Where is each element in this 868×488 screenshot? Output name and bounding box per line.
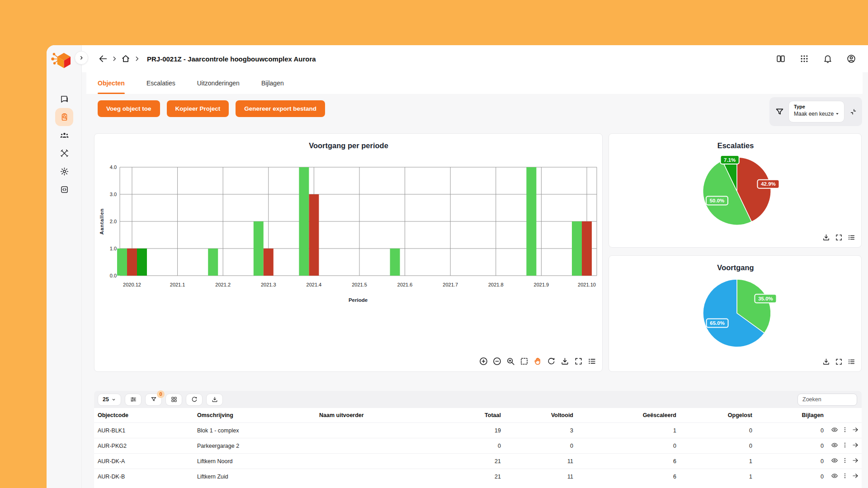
sidebar-item-tools[interactable]: [55, 144, 73, 162]
table-filter-icon: [150, 396, 157, 403]
tab-escalaties[interactable]: Escalaties: [136, 72, 186, 94]
tools-icon: [60, 149, 69, 158]
tab-objecten[interactable]: Objecten: [87, 72, 136, 94]
open-row-button[interactable]: [852, 426, 859, 435]
layout-grid-button[interactable]: [165, 394, 182, 406]
zoom-in-icon: [479, 357, 488, 366]
fullscreen-button[interactable]: [835, 233, 843, 244]
table-cell: Liftkern Noord: [193, 458, 316, 465]
bar-2020.12: [127, 249, 137, 276]
data-list-button[interactable]: [587, 357, 597, 368]
kopieer-project-button[interactable]: Kopieer Project: [167, 100, 229, 117]
view-icon: [831, 426, 838, 433]
type-select[interactable]: Type Maak een keuze: [788, 101, 844, 122]
download-button[interactable]: [560, 357, 570, 368]
bar-chart-toolbar: [479, 357, 597, 368]
column-settings-button[interactable]: [125, 394, 142, 406]
apps-grid-icon[interactable]: [799, 54, 809, 64]
reset-button[interactable]: [547, 357, 556, 368]
action-buttons: Voeg object toeKopieer ProjectGenereer e…: [98, 100, 325, 117]
svg-text:4.0: 4.0: [110, 164, 117, 170]
view-icon: [831, 441, 838, 449]
table-row[interactable]: AUR-BLK1Blok 1 - complex193100: [94, 422, 862, 438]
genereer-export-bestand-button[interactable]: Genereer export bestand: [236, 100, 325, 117]
account-icon[interactable]: [846, 54, 856, 64]
svg-text:2.0: 2.0: [110, 219, 117, 224]
column-header[interactable]: Opgelost: [677, 412, 753, 418]
more-options-icon: [841, 441, 849, 449]
chevron-right-icon: [111, 55, 118, 62]
back-arrow-icon[interactable]: [98, 54, 108, 64]
download-button[interactable]: [822, 357, 830, 368]
pan-button[interactable]: [533, 357, 542, 368]
table-row[interactable]: AUR-PKG2Parkeergarage 200000: [94, 438, 862, 453]
voeg-object-toe-button[interactable]: Voeg object toe: [98, 100, 160, 117]
download-button[interactable]: [822, 233, 830, 244]
bar-chart-card: Voortgang per periode0.01.02.03.04.02020…: [94, 133, 603, 372]
more-options-button[interactable]: [841, 472, 849, 481]
home-icon[interactable]: [121, 54, 131, 64]
open-row-button[interactable]: [852, 457, 859, 465]
bar-2021.6: [390, 249, 400, 276]
chevron-down-icon: [835, 111, 840, 117]
box-select-button[interactable]: [519, 357, 529, 368]
sidebar-item-integrations[interactable]: [55, 180, 73, 198]
zoom-out-button[interactable]: [492, 357, 502, 368]
column-header[interactable]: Naam uitvoerder: [316, 412, 451, 418]
data-list-button[interactable]: [847, 233, 856, 244]
bar-2021.2: [208, 249, 218, 276]
column-header[interactable]: Totaal: [451, 412, 502, 418]
notifications-icon[interactable]: [823, 54, 833, 64]
bar-2021.9: [526, 167, 536, 276]
collapse-icon[interactable]: [849, 108, 857, 116]
funnel-icon[interactable]: [775, 107, 784, 117]
search-input[interactable]: [797, 394, 857, 406]
view-button[interactable]: [831, 441, 838, 450]
view-button[interactable]: [831, 472, 838, 481]
table-cell: Liftkern Zuid: [193, 474, 316, 480]
sidebar-item-chat[interactable]: [55, 90, 73, 108]
tab-bijlagen[interactable]: Bijlagen: [250, 72, 295, 94]
table-filter-button[interactable]: 0: [145, 394, 162, 406]
open-row-button[interactable]: [852, 472, 859, 481]
table-row[interactable]: AUR-DK-BLiftkern Zuid2111610: [94, 469, 862, 484]
pie-slice-label: 65.0%: [707, 319, 728, 328]
sidebar-item-team[interactable]: [55, 126, 73, 144]
view-button[interactable]: [831, 426, 838, 435]
column-header[interactable]: Omschrijving: [193, 412, 316, 418]
zoom-area-button[interactable]: [506, 357, 515, 368]
table-cell: AUR-DK-A: [94, 458, 193, 465]
download-icon: [822, 233, 830, 242]
column-header[interactable]: Objectcode: [94, 412, 193, 418]
fullscreen-button[interactable]: [574, 357, 583, 368]
sidebar-expand-button[interactable]: [75, 51, 88, 65]
table-cell: 11: [502, 458, 574, 465]
more-options-button[interactable]: [841, 457, 849, 465]
table-row[interactable]: AUR-DK-ALiftkern Noord2111610: [94, 453, 862, 469]
view-button[interactable]: [831, 457, 838, 465]
sidebar-item-objects-search[interactable]: [55, 108, 73, 126]
sidebar-item-settings[interactable]: [55, 162, 73, 180]
table-cell: 0: [753, 458, 825, 465]
split-view-icon[interactable]: [776, 54, 786, 64]
page-size-select[interactable]: 25: [98, 394, 121, 406]
tab-uitzonderingen[interactable]: Uitzonderingen: [186, 72, 250, 94]
fullscreen-button[interactable]: [835, 357, 843, 368]
data-list-icon: [847, 357, 856, 366]
open-row-button[interactable]: [852, 441, 859, 450]
table-cell: 0: [753, 474, 825, 480]
more-options-button[interactable]: [841, 441, 849, 450]
objects-table: ObjectcodeOmschrijvingNaam uitvoerderTot…: [94, 408, 862, 488]
column-header[interactable]: Bijlagen: [753, 412, 825, 418]
table-refresh-button[interactable]: [186, 394, 203, 406]
data-list-button[interactable]: [847, 357, 856, 368]
table-cell: 6: [574, 474, 677, 480]
open-row-icon: [852, 472, 859, 479]
column-header[interactable]: Voltooid: [502, 412, 574, 418]
svg-text:2021.8: 2021.8: [488, 282, 504, 287]
download-icon: [560, 357, 570, 366]
zoom-in-button[interactable]: [479, 357, 488, 368]
more-options-button[interactable]: [841, 426, 849, 435]
column-header[interactable]: Geëscaleerd: [574, 412, 677, 418]
table-download-button[interactable]: [206, 394, 223, 406]
